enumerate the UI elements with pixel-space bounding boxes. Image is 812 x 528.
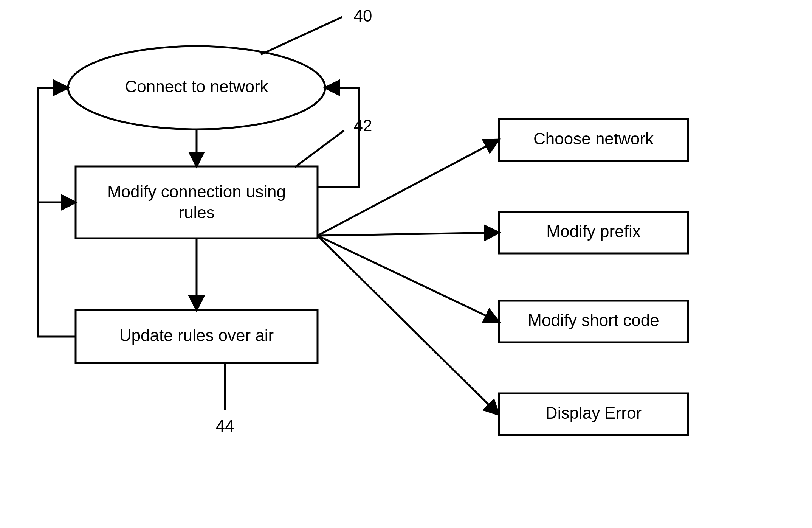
- arrow-modify-to-error: [318, 236, 498, 414]
- ref-label-42: 42: [354, 116, 372, 135]
- ref-label-40: 40: [354, 6, 372, 25]
- ref-line-40: [261, 17, 342, 54]
- arrow-modify-to-prefix: [318, 233, 498, 236]
- flowchart-diagram: Connect to network 40 Modify connection …: [0, 0, 812, 528]
- node-modify-connection: [76, 166, 318, 238]
- node-choose-label: Choose network: [533, 129, 654, 148]
- arrow-modify-to-shortcode: [318, 236, 498, 321]
- node-connect-label: Connect to network: [125, 77, 268, 96]
- node-prefix-label: Modify prefix: [546, 222, 640, 241]
- node-modify-label-line1: Modify connection using: [107, 182, 286, 201]
- node-error-label: Display Error: [545, 404, 642, 422]
- node-shortcode-label: Modify short code: [528, 311, 659, 329]
- ref-line-42: [295, 130, 344, 167]
- arrow-update-back-to-connect-left: [38, 88, 76, 337]
- ref-label-44: 44: [216, 417, 234, 435]
- node-modify-label-line2: rules: [178, 203, 214, 222]
- node-update-label: Update rules over air: [119, 326, 274, 345]
- arrow-modify-back-to-connect-right: [318, 88, 359, 187]
